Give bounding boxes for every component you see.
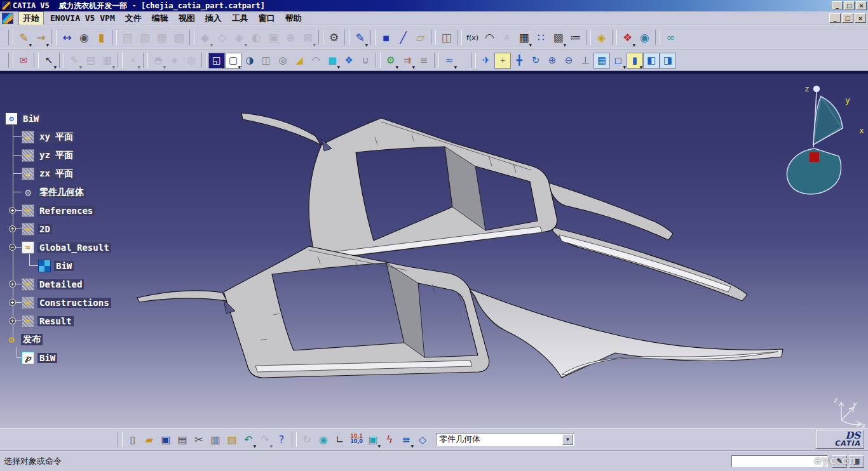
measure-between-icon[interactable]: ↔ [58, 29, 76, 46]
new-icon[interactable]: ▯ [125, 431, 141, 448]
split-body-icon[interactable]: ◑ [241, 53, 258, 69]
copy-icon[interactable]: ▥ [207, 431, 224, 448]
pan-icon[interactable]: ╋ [511, 53, 527, 69]
tree-item-partbody[interactable]: ⚙ 零件几何体 [4, 183, 150, 201]
paste-special-icon[interactable]: ▥ [136, 29, 153, 46]
axis-system-icon[interactable]: ◱▼ [208, 53, 225, 69]
expand-badge[interactable]: + [9, 281, 16, 288]
compass-handle[interactable] [814, 86, 820, 92]
biw-model[interactable] [137, 113, 783, 378]
refresh-icon[interactable]: ↻ [299, 431, 315, 448]
tree-item-constructions[interactable]: + ≈ Constructions [4, 293, 150, 312]
extrude-surface-icon[interactable]: ◢ [291, 53, 308, 69]
menu-item-help[interactable]: 帮助 [281, 12, 306, 25]
rotate-icon[interactable]: ↻ [527, 53, 544, 69]
thick-surface-icon[interactable]: ❖ [341, 53, 357, 69]
profile-tool-icon[interactable]: ✎▼ [66, 53, 83, 69]
shaft-icon[interactable]: ◈▼ [231, 29, 248, 46]
tree-item-global-result-biw[interactable]: BiW [4, 256, 150, 275]
biw-frame-rear[interactable] [241, 113, 747, 301]
swirl-tool-icon[interactable]: ◎ [183, 53, 200, 69]
tree-item-result[interactable]: + ≈ Result [4, 312, 150, 330]
geoset-icon[interactable]: ≈ [22, 315, 34, 328]
expand-badge[interactable]: + [9, 317, 16, 324]
restore-button[interactable]: □ [844, 1, 855, 10]
pad-icon[interactable]: ◆▼ [196, 29, 214, 46]
plane-node-icon[interactable]: ▱ [22, 131, 34, 143]
part-doc-icon[interactable]: ⚙ [5, 112, 18, 125]
power-copy-icon[interactable]: ⇉▼ [399, 53, 416, 69]
compass[interactable]: z y x [787, 84, 864, 194]
volume-cube-icon[interactable]: ■▼ [324, 53, 341, 69]
knowledge-inspector-icon[interactable]: ◈ [593, 29, 610, 46]
menu-item-file[interactable]: 文件 [121, 12, 146, 25]
menu-item-view[interactable]: 视图 [175, 12, 199, 25]
fit-all-icon[interactable]: + [494, 53, 511, 69]
geoset-open-icon[interactable]: ≈ [22, 241, 34, 254]
tree-item-detailed[interactable]: + ≈ Detailed [4, 275, 150, 293]
knowledge-values-icon[interactable]: 10,110,0 [348, 431, 365, 448]
menu-item-tools[interactable]: 工具 [228, 12, 252, 25]
select-arrow-icon[interactable]: ↖▼ [41, 53, 57, 69]
minimize-button[interactable]: _ [832, 1, 843, 10]
book-catalog-icon[interactable]: ◇ [414, 431, 431, 448]
menu-item-insert[interactable]: 插入 [201, 12, 226, 25]
sketcher-icon[interactable]: ✎▼ [351, 29, 369, 46]
publications-icon[interactable]: ⚙ [5, 333, 18, 346]
solid-icon[interactable] [38, 260, 51, 272]
workbench-icon[interactable] [2, 13, 13, 24]
menu-item-window[interactable]: 窗口 [255, 12, 279, 25]
tree-filter-icon[interactable]: ≡ [416, 53, 432, 69]
geoset-icon[interactable]: ≈ [22, 204, 34, 217]
combo-arrow-button[interactable]: ▼ [562, 434, 573, 445]
close-surface-icon[interactable]: ∪ [357, 53, 374, 69]
spray-tool-icon[interactable]: ∗ [166, 53, 183, 69]
catalog-container-icon[interactable]: ▣▼ [365, 431, 381, 448]
planes-between-icon[interactable]: ▤ [83, 53, 99, 69]
plane-node-icon[interactable]: ▱ [22, 168, 34, 180]
tree-item-publications[interactable]: ⚙ 发布 [4, 330, 150, 348]
cylinder-surface-icon[interactable]: ◫ [258, 53, 275, 69]
menu-item-enovia[interactable]: ENOVIA V5 VPM [46, 13, 119, 23]
circle-pattern-icon[interactable]: ◎ [275, 53, 291, 69]
catalog-browser-icon[interactable]: ◫ [438, 29, 455, 46]
hide-show-icon[interactable]: ▮▼ [627, 53, 643, 69]
doc-close-button[interactable]: × [855, 13, 866, 23]
open-icon[interactable]: ▰ [141, 431, 158, 448]
plane-tool-icon[interactable]: ▱ [412, 29, 429, 46]
zoom-in-icon[interactable]: ⊕ [544, 53, 560, 69]
undo-icon[interactable]: ↶▼ [240, 431, 257, 448]
formula-fx-icon[interactable]: f(x) [464, 29, 481, 46]
batch-gears-icon[interactable]: ⚙▼ [383, 53, 399, 69]
pocket-icon[interactable]: ◇ [214, 29, 231, 46]
relations-icon[interactable]: ∷ [532, 29, 550, 46]
line-icon[interactable]: ╱ [395, 29, 412, 46]
snap-point-icon[interactable]: ×▼ [125, 53, 141, 69]
publication-icon[interactable]: ℘ [22, 352, 34, 364]
measure-inertia-icon[interactable]: ◉ [76, 29, 93, 46]
power-input[interactable] [731, 455, 828, 467]
zoom-out-icon[interactable]: ⊖ [560, 53, 577, 69]
expand-badge[interactable]: + [9, 225, 16, 232]
point-icon[interactable]: ▪ [377, 29, 395, 46]
tree-item-zx-plane[interactable]: ▱ zx 平面 [4, 164, 150, 183]
partbody-icon[interactable]: ⚙ [22, 186, 34, 199]
print-icon[interactable]: ▤ [174, 431, 191, 448]
status-graph-button[interactable]: ▦ [849, 455, 864, 468]
iso-view-icon[interactable]: ◻▼ [610, 53, 627, 69]
interference-bolt-icon[interactable]: ϟ [381, 431, 398, 448]
paste-image-icon[interactable]: ▧ [170, 29, 187, 46]
paste-link-icon[interactable]: ▦ [153, 29, 170, 46]
lock-icon[interactable]: ▩▼ [550, 29, 567, 46]
plane-node-icon[interactable]: ▱ [22, 149, 34, 162]
sketch-tracer-icon[interactable]: ▢▼ [225, 53, 241, 69]
tree-item-xy-plane[interactable]: ▱ xy 平面 [4, 128, 150, 146]
tree-item-root-biw[interactable]: ⚙ BiW [4, 109, 150, 128]
geoset-icon[interactable]: ≈ [22, 278, 34, 291]
menu-item-start[interactable]: 开始 [18, 11, 44, 25]
doc-minimize-button[interactable]: _ [829, 13, 841, 23]
slot-icon[interactable]: ▣ [265, 29, 282, 46]
expand-badge[interactable]: + [9, 207, 16, 214]
multi-view-icon[interactable]: ▦ [593, 53, 610, 69]
paste-icon[interactable]: ▧ [224, 431, 240, 448]
